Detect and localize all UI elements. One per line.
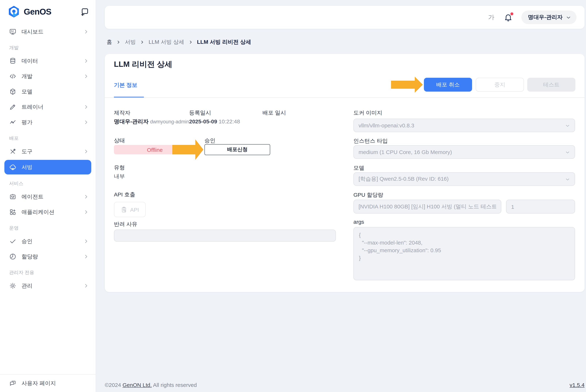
main-area: 가 명대우-관리자 홈 서빙 LLM 서빙 상세 LLM 서빙 리비전 상세 L… bbox=[96, 0, 586, 392]
args-textarea[interactable]: { "--max-model-len": 2048, "--gpu_memory… bbox=[353, 227, 575, 280]
notification-bell-icon[interactable] bbox=[504, 13, 513, 22]
sidebar-item-trainer[interactable]: 트레이너 bbox=[0, 99, 96, 114]
sidebar-nav: 대시보드 개발 데이터 개발 모델 트레이너 bbox=[0, 24, 96, 294]
sidebar-item-serving[interactable]: 서빙 bbox=[5, 160, 91, 174]
chevron-right-icon bbox=[83, 29, 89, 35]
sidebar: GenOS 대시보드 개발 데이터 개발 bbox=[0, 0, 96, 392]
creator-label: 제작자 bbox=[114, 109, 130, 116]
creator-account: dwmyoung-admin bbox=[150, 119, 189, 124]
args-label: args bbox=[353, 218, 364, 226]
docker-image-value: vllm/vllm-openai:v0.8.3 bbox=[359, 122, 414, 128]
sidebar-item-label: 개발 bbox=[22, 73, 83, 80]
sidebar-item-dashboard[interactable]: 대시보드 bbox=[0, 24, 96, 40]
chevron-right-icon bbox=[83, 194, 89, 200]
user-name: 명대우-관리자 bbox=[528, 14, 563, 21]
tab-basic-info[interactable]: 기본 정보 bbox=[114, 82, 137, 89]
api-button[interactable]: API bbox=[114, 202, 146, 217]
instance-type-value: medium (1 CPU Core, 16 Gb Memory) bbox=[359, 149, 452, 155]
sidebar-section-deploy: 배포 bbox=[0, 130, 96, 144]
model-value: [학습용] Qwen2.5-0.5B (Rev ID: 616) bbox=[359, 176, 449, 182]
breadcrumb-serving[interactable]: 서빙 bbox=[125, 38, 136, 46]
cloud-serving-icon bbox=[9, 164, 17, 171]
sidebar-item-label: 관리 bbox=[22, 282, 83, 289]
chevron-right-icon bbox=[83, 119, 89, 125]
stop-button[interactable]: 중지 bbox=[476, 78, 524, 92]
instance-type-select[interactable]: medium (1 CPU Core, 16 Gb Memory) bbox=[353, 145, 575, 159]
dashboard-icon bbox=[9, 28, 17, 36]
reject-reason-input[interactable] bbox=[114, 230, 336, 242]
sidebar-item-label: 승인 bbox=[22, 238, 83, 245]
gpu-count-input[interactable] bbox=[506, 200, 575, 214]
sidebar-item-evaluation[interactable]: 평가 bbox=[0, 114, 96, 130]
registered-at-time: 10:22:48 bbox=[219, 118, 240, 124]
tab-divider bbox=[105, 98, 584, 98]
sidebar-item-label: 서빙 bbox=[22, 164, 85, 171]
sidebar-section-service: 서비스 bbox=[0, 175, 96, 189]
registered-at-label: 등록일시 bbox=[189, 109, 211, 116]
docker-image-label: 도커 이미지 bbox=[353, 109, 382, 116]
sidebar-item-agent[interactable]: 에이전트 bbox=[0, 189, 96, 204]
type-label: 유형 bbox=[114, 164, 125, 171]
sidebar-item-label: 도구 bbox=[22, 148, 83, 155]
user-menu[interactable]: 명대우-관리자 bbox=[521, 10, 576, 24]
registered-at-value: 2025-05-09 10:22:48 bbox=[189, 118, 240, 126]
sidebar-item-data[interactable]: 데이터 bbox=[0, 53, 96, 68]
company-link[interactable]: GenON Ltd. bbox=[123, 382, 152, 388]
detail-card: LLM 리비전 상세 기본 정보 배포 취소 중지 테스트 제작자 명대우-관리… bbox=[105, 54, 584, 292]
sidebar-item-label: 사용자 페이지 bbox=[22, 380, 56, 387]
pencil-icon bbox=[9, 103, 17, 110]
test-button[interactable]: 테스트 bbox=[527, 78, 575, 92]
sidebar-item-user-page[interactable]: 사용자 페이지 bbox=[0, 374, 96, 392]
sidebar-item-model[interactable]: 모델 bbox=[0, 84, 96, 99]
creator-value: 명대우-관리자 dwmyoung-admin bbox=[114, 118, 189, 126]
cube-icon bbox=[9, 88, 17, 95]
chevron-right-icon bbox=[83, 254, 89, 260]
sidebar-item-develop[interactable]: 개발 bbox=[0, 68, 96, 84]
annotation-arrow-deploy-request bbox=[172, 140, 203, 160]
breadcrumb-llm-serving-detail[interactable]: LLM 서빙 상세 bbox=[149, 38, 184, 46]
deployed-at-label: 배포 일시 bbox=[263, 109, 286, 116]
sidebar-item-quota[interactable]: 할당량 bbox=[0, 249, 96, 264]
language-button[interactable]: 가 bbox=[488, 13, 494, 22]
reject-reason-label: 반려 사유 bbox=[114, 220, 137, 228]
pie-quota-icon bbox=[9, 253, 17, 260]
chevron-right-icon bbox=[83, 238, 89, 244]
chevron-down-icon bbox=[565, 123, 570, 128]
sidebar-item-label: 애플리케이션 bbox=[22, 208, 83, 216]
sidebar-item-label: 모델 bbox=[22, 88, 89, 95]
top-header-bar: 가 명대우-관리자 bbox=[105, 6, 584, 29]
sidebar-item-label: 트레이너 bbox=[22, 104, 83, 110]
gpu-quota-label: GPU 할당량 bbox=[353, 191, 383, 198]
sidebar-section-dev: 개발 bbox=[0, 40, 96, 53]
api-call-label: API 호출 bbox=[114, 191, 135, 198]
code-icon bbox=[9, 73, 17, 80]
model-select[interactable]: [학습용] Qwen2.5-0.5B (Rev ID: 616) bbox=[353, 172, 575, 186]
chevron-right-icon bbox=[83, 73, 89, 79]
breadcrumb-home[interactable]: 홈 bbox=[107, 38, 112, 46]
page-title: LLM 리비전 상세 bbox=[114, 59, 172, 69]
sidebar-item-tools[interactable]: 도구 bbox=[0, 144, 96, 159]
sidebar-item-label: 데이터 bbox=[22, 58, 83, 64]
application-grid-icon bbox=[9, 208, 17, 216]
breadcrumb-separator-icon bbox=[140, 40, 145, 44]
api-button-label: API bbox=[130, 206, 139, 212]
version-link[interactable]: v1.5.4 bbox=[569, 382, 584, 388]
gpu-quota-input[interactable] bbox=[353, 200, 501, 214]
notification-badge bbox=[510, 12, 513, 15]
chevron-right-icon bbox=[83, 283, 89, 289]
footer: ©2024 GenON Ltd. All rights reserved v1.… bbox=[105, 382, 584, 388]
type-value: 내부 bbox=[114, 172, 125, 180]
breadcrumb-current: LLM 서빙 리비전 상세 bbox=[197, 38, 251, 46]
sidebar-collapse-icon[interactable] bbox=[80, 7, 89, 16]
sidebar-item-application[interactable]: 애플리케이션 bbox=[0, 204, 96, 220]
check-icon bbox=[9, 238, 17, 245]
docker-image-select[interactable]: vllm/vllm-openai:v0.8.3 bbox=[353, 118, 575, 132]
chevron-down-icon bbox=[565, 150, 570, 155]
deploy-request-button[interactable]: 배포신청 bbox=[204, 144, 270, 155]
sidebar-item-approval[interactable]: 승인 bbox=[0, 234, 96, 249]
logo-row: GenOS bbox=[0, 0, 96, 18]
tools-icon bbox=[9, 148, 17, 155]
breadcrumb-separator-icon bbox=[116, 40, 121, 44]
sidebar-item-admin[interactable]: 관리 bbox=[0, 278, 96, 294]
cancel-deploy-button[interactable]: 배포 취소 bbox=[424, 78, 472, 92]
